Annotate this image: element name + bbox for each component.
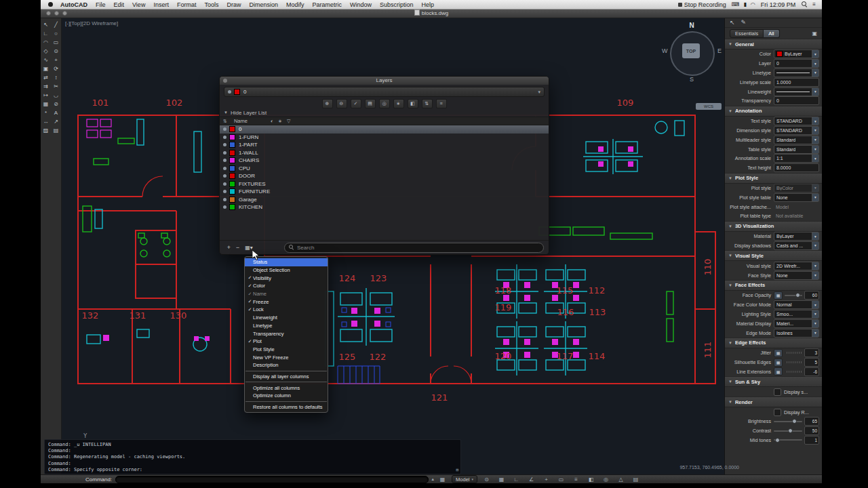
polar-icon[interactable]: ∠ bbox=[526, 476, 536, 483]
layer-row-cpu[interactable]: CPU bbox=[220, 165, 549, 173]
dropdown-plot-style-table[interactable]: None▾ bbox=[774, 193, 819, 202]
dropdown-table-style[interactable]: Standard▾ bbox=[774, 145, 819, 154]
tool-dimension[interactable]: ↔ bbox=[41, 117, 51, 126]
annotation-scale-icon[interactable]: △ bbox=[616, 476, 626, 483]
layers-palette[interactable]: Layers 0 ▾ ⊕⊖✓▤◎∗◧⇅≡ ▼ Hide Layer List ⇅… bbox=[219, 76, 549, 255]
menu-item-subscription[interactable]: Subscription bbox=[376, 1, 418, 8]
layer-color-swatch[interactable] bbox=[229, 197, 235, 203]
context-menu-item-display-all-layer-columns[interactable]: Display all layer columns bbox=[245, 373, 328, 381]
viewport-controls[interactable]: [-][Top][2D Wireframe] bbox=[65, 20, 118, 26]
toggle-icon[interactable]: ▦ bbox=[774, 349, 783, 357]
menu-item-file[interactable]: File bbox=[92, 1, 110, 8]
notification-center-icon[interactable]: ≡ bbox=[810, 1, 818, 7]
tool-explode[interactable]: * bbox=[41, 108, 51, 117]
context-menu-item-restore-all-columns-to-defaults[interactable]: Restore all columns to defaults bbox=[245, 403, 328, 411]
field-transparency[interactable]: 0 bbox=[774, 96, 819, 105]
sort-icon[interactable]: ⇅ bbox=[223, 119, 227, 124]
section-header-sun-sky[interactable]: ▼Sun & Sky bbox=[725, 376, 822, 387]
dropdown-material-display[interactable]: Materi...▾ bbox=[774, 319, 819, 328]
add-layer-button[interactable]: + bbox=[224, 244, 233, 251]
panel-options-icon[interactable]: ▣ bbox=[812, 30, 817, 37]
dropdown-linetype[interactable]: ▾ bbox=[774, 68, 819, 77]
grid-icon[interactable]: ▦ bbox=[496, 476, 507, 483]
settings-icon[interactable]: ≡ bbox=[436, 99, 447, 108]
tool-spline[interactable]: ∿ bbox=[41, 56, 51, 64]
tool-mirror[interactable]: ⇄ bbox=[41, 73, 51, 82]
ortho-icon[interactable]: ∟ bbox=[511, 476, 521, 483]
lineweight-icon[interactable]: ≡ bbox=[571, 476, 581, 483]
merge-icon[interactable]: ⇅ bbox=[422, 99, 433, 108]
context-menu-item-plot[interactable]: ✓Plot bbox=[245, 338, 328, 346]
dropdown-lineweight[interactable]: ▾ bbox=[774, 87, 819, 96]
freeze-column-icon[interactable]: ∗ bbox=[278, 119, 282, 124]
visibility-column-icon[interactable]: ◐ bbox=[271, 119, 273, 124]
menu-item-parametric[interactable]: Parametric bbox=[309, 1, 347, 8]
command-history-overlay[interactable]: Command: _u INTELLIPANCommand:Command: R… bbox=[44, 439, 461, 474]
slider-contrast[interactable]: 50 bbox=[774, 426, 819, 435]
section-header-general[interactable]: ▼General bbox=[725, 39, 822, 49]
layer-color-swatch[interactable] bbox=[229, 188, 235, 195]
select-icon[interactable]: ↖ bbox=[730, 19, 735, 26]
plot-column-icon[interactable]: ▽ bbox=[287, 119, 290, 124]
dropdown-edge-mode[interactable]: Isolines▾ bbox=[774, 329, 819, 338]
tool-scale[interactable]: ↕ bbox=[51, 73, 61, 82]
context-menu-item-object-selection[interactable]: Object Selection bbox=[245, 266, 328, 274]
toggle-icon[interactable]: ▦ bbox=[774, 359, 783, 367]
tool-select[interactable]: ↖ bbox=[41, 20, 51, 29]
layer-row-kitchen[interactable]: KITCHEN bbox=[220, 203, 549, 211]
selection-cycling-icon[interactable]: ◎ bbox=[601, 476, 611, 483]
layer-color-swatch[interactable] bbox=[229, 157, 235, 163]
section-header-3d-visualization[interactable]: ▼3D Visualization bbox=[725, 221, 822, 232]
dropdown-layer[interactable]: 0▾ bbox=[774, 59, 819, 68]
menu-item-dimension[interactable]: Dimension bbox=[245, 1, 282, 8]
menu-clock[interactable]: Fri 12:09 PM bbox=[757, 1, 800, 8]
context-menu-item-color[interactable]: ✓Color bbox=[245, 282, 328, 290]
stop-recording-button[interactable]: Stop Recording bbox=[675, 1, 730, 8]
menu-item-insert[interactable]: Insert bbox=[149, 1, 173, 8]
remove-layer-button[interactable]: − bbox=[233, 244, 242, 251]
section-header-annotation[interactable]: ▼Annotation bbox=[725, 106, 822, 117]
tool-text[interactable]: A bbox=[51, 108, 61, 117]
context-menu-item-plot-style[interactable]: Plot Style bbox=[245, 346, 328, 354]
freeze-icon[interactable]: ∗ bbox=[393, 99, 404, 108]
context-menu-item-transparency[interactable]: Transparency bbox=[245, 329, 328, 338]
section-header-edge-effects[interactable]: ▼Edge Effects bbox=[725, 338, 822, 348]
dropdown-visual-style[interactable]: 2D Wirefr...▾ bbox=[774, 262, 819, 270]
slider-face-opacity[interactable]: 60 bbox=[785, 291, 819, 300]
dropdown-annotation-scale[interactable]: 1:1▾ bbox=[774, 154, 819, 163]
compass-south[interactable]: S bbox=[662, 76, 722, 83]
context-menu-item-description[interactable]: Description bbox=[245, 361, 328, 369]
layer-row-chairs[interactable]: CHAIRS bbox=[220, 157, 549, 165]
apple-menu-icon[interactable] bbox=[48, 2, 53, 7]
layers-palette-title-bar[interactable]: Layers bbox=[220, 77, 549, 85]
layer-color-swatch[interactable] bbox=[229, 173, 235, 179]
hide-layer-list-toggle[interactable]: ▼ Hide Layer List bbox=[220, 108, 549, 117]
tool-leader[interactable]: ↗ bbox=[51, 117, 61, 126]
keyboard-icon[interactable]: ⌨ bbox=[730, 1, 742, 7]
command-input[interactable] bbox=[115, 476, 429, 483]
slider-mid-tones[interactable]: 1 bbox=[774, 436, 819, 445]
osnap-icon[interactable]: ⊙ bbox=[481, 476, 492, 483]
dropdown-face-color-mode[interactable]: Normal▾ bbox=[774, 300, 819, 309]
palette-close-button[interactable] bbox=[223, 79, 227, 83]
units-icon[interactable]: ▤ bbox=[631, 476, 641, 483]
model-space-button[interactable]: Model ▾ bbox=[452, 475, 477, 483]
tool-hatch[interactable]: ▨ bbox=[41, 126, 51, 135]
new-layer-icon[interactable]: ⊕ bbox=[322, 99, 333, 108]
slider-thumb[interactable] bbox=[788, 428, 793, 433]
wifi-icon[interactable]: ◠ bbox=[749, 1, 757, 7]
tool-fillet[interactable]: ◡ bbox=[51, 91, 61, 100]
view-cube[interactable]: N W E S TOP bbox=[662, 22, 722, 89]
tab-essentials[interactable]: Essentials bbox=[730, 29, 764, 38]
compass-north[interactable]: N bbox=[662, 22, 722, 29]
section-header-render[interactable]: ▼Render bbox=[725, 396, 822, 407]
otrack-icon[interactable]: + bbox=[541, 476, 551, 483]
context-menu-item-freeze[interactable]: ✓Freeze bbox=[245, 298, 328, 306]
menu-item-view[interactable]: View bbox=[128, 1, 149, 8]
set-current-icon[interactable]: ✓ bbox=[351, 99, 361, 108]
layer-row-garage[interactable]: Garage bbox=[220, 196, 549, 204]
tool-extend[interactable]: ↦ bbox=[41, 91, 51, 100]
toggle-icon[interactable]: ▦ bbox=[774, 367, 783, 375]
field-linetype-scale[interactable]: 1.0000 bbox=[774, 78, 819, 87]
tool-polyline[interactable]: ∟ bbox=[41, 29, 51, 38]
